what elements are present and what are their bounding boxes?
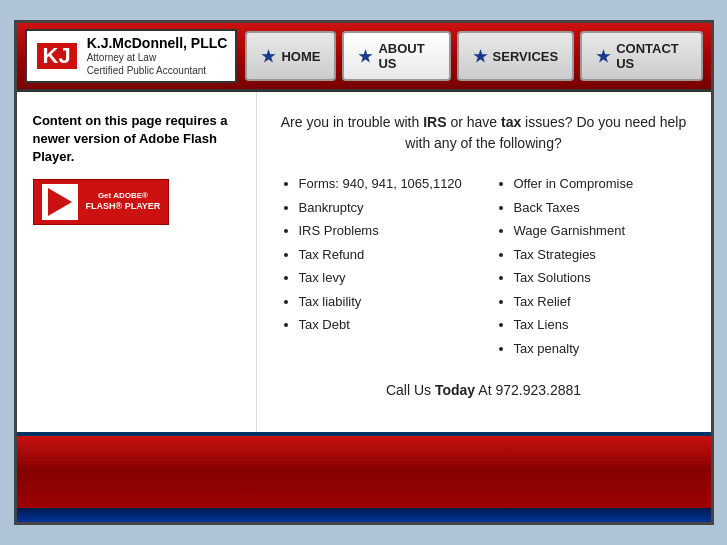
list-item: Offer in Compromise xyxy=(514,174,687,194)
intro-text: Are you in trouble with IRS or have tax … xyxy=(281,112,687,154)
nav-about[interactable]: ★ ABOUT US xyxy=(342,31,450,81)
list-item: Tax penalty xyxy=(514,339,687,359)
right-list-items: Offer in Compromise Back Taxes Wage Garn… xyxy=(496,174,687,358)
logo-initials: KJ xyxy=(35,41,79,71)
nav-services-label: SERVICES xyxy=(493,49,559,64)
nav-about-label: ABOUT US xyxy=(378,41,434,71)
site-footer xyxy=(17,432,711,522)
list-item: IRS Problems xyxy=(299,221,472,241)
call-us-suffix: At 972.923.2881 xyxy=(475,382,581,398)
star-icon: ★ xyxy=(473,47,487,66)
site-header: KJ K.J.McDonnell, PLLC Attorney at Law C… xyxy=(17,23,711,92)
page-wrapper: KJ K.J.McDonnell, PLLC Attorney at Law C… xyxy=(14,20,714,525)
content-area: Content on this page requires a newer ve… xyxy=(17,92,711,432)
flash-player-line: FLASH® PLAYER xyxy=(86,201,161,212)
list-item: Tax levy xyxy=(299,268,472,288)
list-item: Tax Debt xyxy=(299,315,472,335)
call-us: Call Us Today At 972.923.2881 xyxy=(281,382,687,398)
right-list: Offer in Compromise Back Taxes Wage Garn… xyxy=(496,174,687,362)
nav-services[interactable]: ★ SERVICES xyxy=(457,31,575,81)
left-list-items: Forms: 940, 941, 1065,1120 Bankruptcy IR… xyxy=(281,174,472,335)
footer-stripe xyxy=(17,508,711,522)
star-icon: ★ xyxy=(596,47,610,66)
list-item: Tax Relief xyxy=(514,292,687,312)
flash-notice: Content on this page requires a newer ve… xyxy=(33,112,240,167)
intro-irs: IRS xyxy=(423,114,446,130)
list-item: Back Taxes xyxy=(514,198,687,218)
list-item: Tax Strategies xyxy=(514,245,687,265)
flash-icon xyxy=(42,184,78,220)
lists-container: Forms: 940, 941, 1065,1120 Bankruptcy IR… xyxy=(281,174,687,362)
list-item: Bankruptcy xyxy=(299,198,472,218)
right-panel: Are you in trouble with IRS or have tax … xyxy=(257,92,711,432)
left-list: Forms: 940, 941, 1065,1120 Bankruptcy IR… xyxy=(281,174,472,362)
logo-line2: Certified Public Accountant xyxy=(87,64,228,77)
intro-part2: or have xyxy=(447,114,501,130)
intro-tax: tax xyxy=(501,114,521,130)
flash-badge-label: Get ADOBE® FLASH® PLAYER xyxy=(86,191,161,211)
list-item: Tax Solutions xyxy=(514,268,687,288)
logo-box: KJ K.J.McDonnell, PLLC Attorney at Law C… xyxy=(25,29,238,83)
list-item: Tax liability xyxy=(299,292,472,312)
list-item: Wage Garnishment xyxy=(514,221,687,241)
nav-contact[interactable]: ★ CONTACT US xyxy=(580,31,702,81)
logo-line1: Attorney at Law xyxy=(87,51,228,64)
list-item: Tax Refund xyxy=(299,245,472,265)
nav-home[interactable]: ★ HOME xyxy=(245,31,336,81)
nav-home-label: HOME xyxy=(281,49,320,64)
logo-name: K.J.McDonnell, PLLC xyxy=(87,35,228,51)
nav-contact-label: CONTACT US xyxy=(616,41,686,71)
flash-get-line: Get ADOBE® xyxy=(86,191,161,201)
star-icon: ★ xyxy=(261,47,275,66)
flash-badge[interactable]: Get ADOBE® FLASH® PLAYER xyxy=(33,179,170,225)
call-us-today: Today xyxy=(435,382,475,398)
call-us-prefix: Call Us xyxy=(386,382,435,398)
star-icon: ★ xyxy=(358,47,372,66)
logo-text: K.J.McDonnell, PLLC Attorney at Law Cert… xyxy=(87,35,228,77)
intro-part1: Are you in trouble with xyxy=(281,114,423,130)
list-item: Forms: 940, 941, 1065,1120 xyxy=(299,174,472,194)
list-item: Tax Liens xyxy=(514,315,687,335)
left-panel: Content on this page requires a newer ve… xyxy=(17,92,257,432)
play-icon xyxy=(48,188,72,216)
nav-buttons: ★ HOME ★ ABOUT US ★ SERVICES ★ CONTACT U… xyxy=(245,31,702,81)
